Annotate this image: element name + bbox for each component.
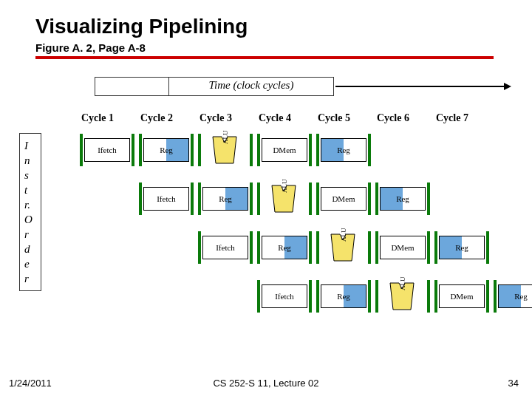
stage-label: Ifetch [98,146,117,154]
stage-label: Reg [160,146,173,154]
stage-label: Reg [514,292,528,301]
stage-label: Reg [396,194,409,203]
stage-reg-write: Reg [318,135,369,165]
instr-char: r [24,227,39,242]
stage-label: Reg [219,194,232,203]
stage-dmem: DMem [259,135,310,165]
cycle-header: Cycle 5 [318,112,377,124]
instr-char: d [24,242,39,256]
stage-label: ALU [340,228,347,242]
instr-char: e [24,256,39,271]
footer-page-number: 34 [508,378,519,389]
instr-char: s [24,168,39,183]
stage-dmem: DMem [436,282,488,311]
stage-label: Reg [278,243,291,252]
slide-title: Visualizing Pipelining [35,15,248,38]
stage-reg-read: Reg [200,184,251,214]
cycle-header: Cycle 4 [259,112,318,124]
cycle-header: Cycle 3 [200,112,259,124]
stage-dmem: DMem [318,184,369,214]
stage-label: Ifetch [157,194,176,203]
time-axis-blank [95,78,169,95]
stage-label: DMem [332,194,355,203]
instr-order-box: I n s t r. O r d e r [19,133,41,291]
instr-char: r [24,271,39,286]
instr-char: r. [24,197,39,212]
stage-ifetch: Ifetch [259,282,310,311]
stage-label: Ifetch [216,243,235,252]
stage-reg-write: Reg [495,282,532,311]
cycle-headers: Cycle 1 Cycle 2 Cycle 3 Cycle 4 Cycle 5 … [81,112,495,124]
stage-alu: ALU [377,282,429,311]
instr-char: O [24,212,39,227]
stage-reg-read: Reg [318,282,369,311]
footer-course: CS 252-S 11, Lecture 02 [0,378,532,389]
stage-label: ALU [281,180,288,194]
stage-alu: ALU [259,184,310,214]
slide-subtitle: Figure A. 2, Page A-8 [35,41,146,54]
stage-ifetch: Ifetch [140,184,192,214]
instr-char: I [24,138,39,153]
stage-label: ALU [399,277,406,291]
stage-label: Ifetch [275,292,294,301]
stage-reg-write: Reg [377,184,429,214]
instr-char: n [24,153,39,168]
stage-label: ALU [222,131,229,145]
cycle-header: Cycle 2 [140,112,200,124]
stage-ifetch: Ifetch [200,233,251,262]
time-axis-arrow [335,86,510,87]
cycle-header: Cycle 6 [377,112,436,124]
time-axis-label: Time (clock cycles) [169,78,333,95]
stage-alu: ALU [318,233,369,262]
cycle-header: Cycle 7 [436,112,495,124]
stage-alu: ALU [200,135,251,165]
cycle-header: Cycle 1 [81,112,140,124]
stage-reg-read: Reg [259,233,310,262]
stage-label: DMem [273,146,296,154]
stage-label: DMem [391,243,414,252]
instr-char: t [24,183,39,197]
title-underline [35,56,494,59]
stage-dmem: DMem [377,233,429,262]
stage-label: DMem [450,292,473,301]
stage-ifetch: Ifetch [81,135,133,165]
stage-label: Reg [337,146,350,154]
stage-reg-write: Reg [436,233,488,262]
stage-reg-read: Reg [140,135,192,165]
time-axis-box: Time (clock cycles) [95,77,334,96]
stage-label: Reg [337,292,350,301]
stage-label: Reg [455,243,468,252]
